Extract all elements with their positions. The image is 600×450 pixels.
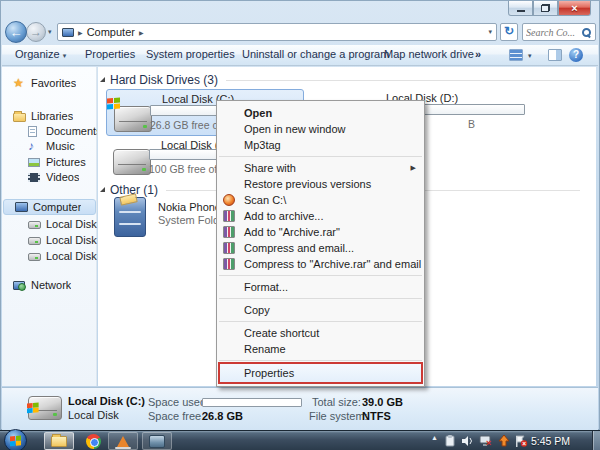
menu-item-format[interactable]: Format...	[217, 279, 424, 295]
address-dropdown-icon[interactable]: ▾	[488, 28, 492, 36]
sidebar-item-libraries[interactable]: Libraries	[2, 108, 97, 124]
network-status-icon[interactable]: ×	[479, 435, 491, 447]
menu-item-open[interactable]: Open	[217, 105, 424, 121]
details-type: Local Disk	[68, 409, 119, 421]
music-icon: ♪	[28, 141, 43, 152]
app-icon	[149, 435, 165, 448]
back-button[interactable]: ←	[5, 21, 27, 43]
svg-text:×: ×	[522, 440, 526, 447]
menu-item-open-new-window[interactable]: Open in new window	[217, 121, 424, 137]
folder-icon	[51, 436, 67, 447]
restore-button[interactable]	[533, 1, 558, 16]
menu-separator	[219, 156, 422, 157]
address-bar[interactable]: ▶ Computer ▶ ▾	[57, 23, 497, 41]
menu-item-compress-and-email[interactable]: Compress and email...	[217, 240, 424, 256]
organize-menu[interactable]: Organize▾	[15, 48, 66, 60]
menu-item-mp3tag[interactable]: Mp3tag	[217, 137, 424, 153]
preview-pane-icon[interactable]	[548, 49, 562, 61]
menu-item-create-shortcut[interactable]: Create shortcut	[217, 325, 424, 341]
network-icon	[13, 281, 28, 290]
vlc-cone-icon	[117, 436, 129, 447]
antivirus-scan-icon	[223, 194, 235, 206]
sidebar-item-favorites[interactable]: ★Favorites	[2, 75, 97, 91]
search-icon	[582, 28, 591, 37]
sidebar-item-network[interactable]: Network	[2, 277, 97, 293]
action-center-flag-icon[interactable]: ×	[514, 435, 526, 447]
help-icon[interactable]: ?	[569, 48, 583, 62]
restore-icon	[541, 4, 550, 12]
drive-icon	[28, 219, 43, 229]
windows-logo-icon	[10, 435, 21, 446]
breadcrumb-arrow-icon[interactable]: ▶	[139, 29, 144, 36]
menu-item-copy[interactable]: Copy	[217, 302, 424, 318]
history-dropdown[interactable]: ▾	[48, 28, 52, 36]
sidebar-item-videos[interactable]: Videos	[2, 169, 97, 185]
sidebar-item-documents[interactable]: Documents	[2, 123, 97, 139]
menu-item-scan[interactable]: Scan C:\	[217, 192, 424, 208]
collapse-triangle-icon[interactable]	[100, 187, 105, 192]
chevron-down-icon[interactable]: ▾	[528, 52, 532, 60]
sidebar-item-local-disk-e[interactable]: Local Disk (E:)	[2, 248, 97, 264]
breadcrumb-arrow-icon[interactable]: ▶	[78, 29, 83, 36]
videos-icon	[28, 173, 43, 182]
taskbar-vlc-button[interactable]	[108, 432, 138, 450]
star-icon: ★	[13, 78, 28, 88]
volume-icon[interactable]	[461, 435, 473, 447]
computer-icon	[15, 202, 30, 212]
collapse-triangle-icon[interactable]	[100, 77, 105, 82]
menu-item-add-to-archive-rar[interactable]: Add to "Archive.rar"	[217, 224, 424, 240]
clock[interactable]: 5:45 PM	[531, 431, 570, 450]
pictures-icon	[28, 158, 43, 167]
minimize-button[interactable]	[508, 1, 533, 16]
menu-item-compress-to-rar-and-email[interactable]: Compress to "Archive.rar" and email	[217, 256, 424, 272]
svg-text:×: ×	[486, 438, 491, 447]
sidebar-item-music[interactable]: ♪Music	[2, 138, 97, 154]
taskbar-chrome-button[interactable]	[78, 432, 108, 450]
taskbar-explorer-button[interactable]	[44, 432, 74, 450]
menu-item-share-with[interactable]: Share with▶	[217, 160, 424, 176]
document-icon	[28, 126, 43, 137]
drive-icon	[28, 235, 43, 245]
refresh-button[interactable]: ↻	[500, 23, 518, 41]
breadcrumb[interactable]: Computer	[87, 26, 135, 38]
change-view-icon[interactable]	[509, 49, 523, 61]
update-arrow-icon[interactable]	[498, 435, 510, 447]
menu-item-rename[interactable]: Rename	[217, 341, 424, 357]
start-button[interactable]	[4, 429, 27, 450]
chrome-icon	[86, 434, 101, 449]
details-name: Local Disk (C:)	[68, 395, 145, 407]
hard-drive-icon	[113, 149, 151, 175]
map-network-drive-button[interactable]: Map network drive	[384, 48, 474, 60]
menu-separator	[219, 360, 422, 361]
search-box[interactable]	[522, 23, 596, 41]
tray-program-icon[interactable]	[444, 435, 456, 447]
menu-separator	[219, 298, 422, 299]
winrar-icon	[223, 242, 235, 254]
close-icon: ×	[571, 3, 577, 14]
red-highlight-annotation	[218, 362, 423, 384]
show-desktop-button[interactable]	[592, 431, 600, 450]
system-properties-button[interactable]: System properties	[146, 48, 235, 60]
forward-button[interactable]: →	[26, 22, 46, 42]
space-used-bar	[202, 398, 302, 407]
sidebar-item-local-disk-d[interactable]: Local Disk (D:)	[2, 232, 97, 248]
show-hidden-icons-button[interactable]: ▲	[431, 434, 438, 441]
explorer-window: × ← → ▾ ▶ Computer ▶ ▾ ↻ Organize▾ Prope…	[0, 0, 600, 430]
sidebar-item-computer[interactable]: Computer	[3, 199, 96, 215]
context-menu: Open Open in new window Mp3tag Share wit…	[216, 100, 425, 387]
submenu-arrow-icon: ▶	[411, 160, 416, 176]
uninstall-program-button[interactable]: Uninstall or change a program	[242, 48, 389, 60]
toolbar-overflow-button[interactable]: »	[475, 48, 481, 60]
sidebar-item-local-disk-c[interactable]: Local Disk (C:)	[2, 216, 97, 232]
navigation-pane: ★Favorites Libraries Documents ♪Music Pi…	[2, 67, 97, 386]
menu-item-add-to-archive[interactable]: Add to archive...	[217, 208, 424, 224]
menu-item-restore-previous-versions[interactable]: Restore previous versions	[217, 176, 424, 192]
menu-separator	[219, 321, 422, 322]
properties-toolbar-button[interactable]: Properties	[85, 48, 135, 60]
taskbar-app-button[interactable]	[142, 432, 172, 450]
search-input[interactable]	[526, 27, 582, 38]
group-header-hard-disks[interactable]: Hard Disk Drives (3)	[100, 73, 580, 87]
menu-item-properties[interactable]: Properties	[219, 364, 422, 382]
sidebar-item-pictures[interactable]: Pictures	[2, 154, 97, 170]
close-button[interactable]: ×	[558, 1, 591, 16]
